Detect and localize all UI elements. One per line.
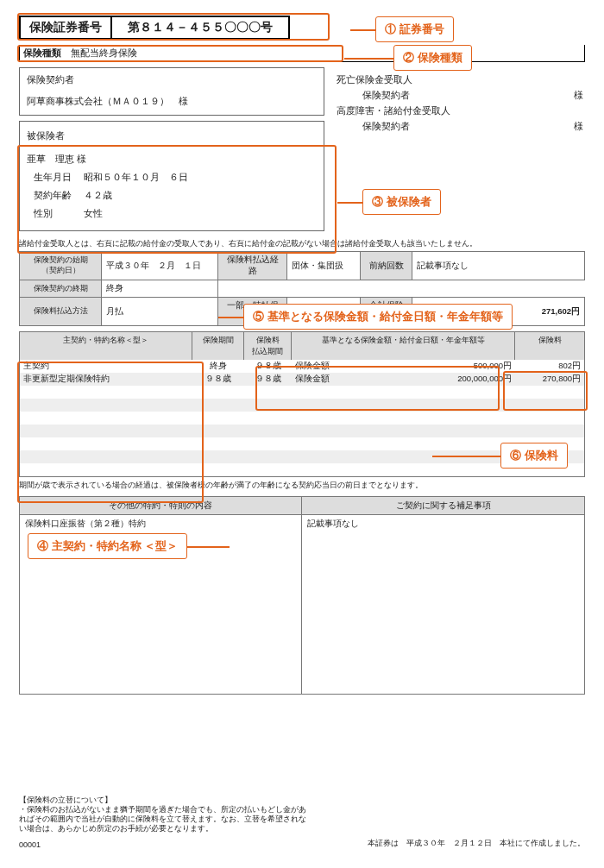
callout-4: ④ 主契約・特約名称 ＜型＞	[28, 533, 187, 559]
row-basis-label: 保険金額	[292, 373, 343, 386]
sex-label: 性別	[34, 208, 53, 218]
row-premium: 270,800円	[515, 373, 584, 386]
disab-benef-suffix: 様	[423, 119, 583, 135]
certificate-page: ① 証券番号 ② 保険種類 ③ 被保険者 ④ 主契約・特約名称 ＜型＞ ⑤ 基準…	[0, 0, 604, 868]
insurance-type-value: 無配当終身保険	[71, 47, 137, 58]
dh-period: 保険期間	[192, 332, 244, 360]
contractor-title: 保険契約者	[27, 73, 317, 86]
beneficiary-note: 諸給付金受取人とは、右頁に記載の給付金の受取人であり、右頁に給付金の記載がない場…	[19, 238, 585, 249]
method-label: 保険料払込方法	[20, 298, 102, 326]
insured-title: 被保険者	[27, 127, 317, 145]
policy-number-label: 保険証券番号	[21, 17, 112, 38]
dh-name: 主契約・特約名称＜型＞	[20, 332, 192, 360]
row-basis-value: 500,000円	[343, 360, 515, 373]
policy-number-value: 第８１４－４５５〇〇〇号	[112, 17, 288, 38]
policy-number-row: 保険証券番号 第８１４－４５５〇〇〇号	[19, 16, 585, 40]
row-basis-label: 保険金額	[292, 360, 343, 373]
dob-value: 昭和５０年１０月 ６日	[84, 172, 188, 182]
row-period: 終身	[192, 360, 244, 373]
death-benef-name: 保険契約者	[337, 88, 423, 104]
misc-left-title: その他の特約・特則の内容	[20, 497, 301, 515]
misc-right-body: 記載事項なし	[302, 515, 584, 533]
table-row: 非更新型定期保険特約 ９８歳 ９８歳 保険金額 200,000,000円 270…	[20, 373, 584, 386]
row-premium: 802円	[515, 360, 584, 373]
age-value: ４２歳	[84, 190, 112, 200]
prepaid-value: 記載事項なし	[412, 252, 585, 280]
callout-6: ⑥ 保険料	[500, 443, 568, 469]
table-row: 主契約 終身 ９８歳 保険金額 500,000円 802円	[20, 360, 584, 373]
misc-left-body: 保険料口座振替（第２種）特約	[20, 515, 301, 533]
dh-basis: 基準となる保険金額・給付金日額・年金年額等	[292, 332, 515, 360]
disclaimer-body: ・保険料のお払込がないまま猶予期間を過ぎた場合でも、所定の払いもどし金があればそ…	[19, 805, 312, 833]
doc-number: 00001	[19, 840, 41, 849]
start-value: 平成３０年 ２月 １日	[102, 252, 218, 280]
disclaimer: 【保険料の立替について】 ・保険料のお払込がないまま猶予期間を過ぎた場合でも、所…	[19, 796, 312, 833]
death-benef-suffix: 様	[423, 88, 583, 104]
misc-right-title: ご契約に関する補足事項	[302, 497, 584, 515]
contractor-box: 保険契約者 阿草商事株式会社（ＭＡ０１９） 様	[19, 67, 324, 116]
row-name: 主契約	[20, 360, 192, 373]
issue-text: 本証券は 平成３０年 ２月１２日 本社にて作成しました。	[368, 838, 585, 849]
callout-2: ② 保険種類	[393, 45, 472, 71]
callout-3: ③ 被保険者	[362, 189, 441, 215]
prepaid-label: 前納回数	[361, 252, 412, 280]
contractor-name: 阿草商事株式会社（ＭＡ０１９） 様	[27, 95, 317, 108]
callout-1: ① 証券番号	[375, 16, 454, 42]
insured-box: 被保険者 亜草 理恵 様 生年月日 昭和５０年１０月 ６日 契約年齢 ４２歳 性…	[19, 121, 324, 231]
insurance-type-row: 保険種類 無配当終身保険	[19, 45, 585, 62]
dh-premium: 保険料	[515, 332, 584, 360]
sex-value: 女性	[84, 208, 103, 218]
disclaimer-title: 【保険料の立替について】	[19, 796, 312, 805]
end-value: 終身	[102, 280, 218, 298]
dob-label: 生年月日	[34, 172, 72, 182]
row-payperiod: ９８歳	[244, 373, 292, 386]
period-note: 期間が歳で表示されている場合の経過は、被保険者様の年齢が満了の年齢になる契約応当…	[19, 480, 585, 491]
insurance-type-label: 保険種類	[23, 47, 61, 58]
insured-name: 亜草 理恵 様	[27, 150, 317, 168]
row-payperiod: ９８歳	[244, 360, 292, 373]
callout-5: ⑤ 基準となる保険金額・給付金日額・年金年額等	[243, 304, 513, 330]
method-value: 月払	[102, 298, 218, 326]
death-benef-label: 死亡保険金受取人	[337, 72, 583, 88]
dh-payperiod: 保険料 払込期間	[244, 332, 292, 360]
row-name: 非更新型定期保険特約	[20, 373, 192, 386]
start-label: 保険契約の始期 （契約日）	[20, 252, 102, 280]
disab-benef-label: 高度障害・諸給付金受取人	[337, 104, 583, 119]
route-value: 団体・集団扱	[287, 252, 361, 280]
misc-section: その他の特約・特則の内容 保険料口座振替（第２種）特約 ご契約に関する補足事項 …	[19, 496, 585, 695]
end-label: 保険契約の終期	[20, 280, 102, 298]
row-period: ９８歳	[192, 373, 244, 386]
age-label: 契約年齢	[34, 190, 72, 200]
route-label: 保険料払込経路	[218, 252, 287, 280]
disab-benef-name: 保険契約者	[337, 119, 423, 135]
row-basis-value: 200,000,000円	[343, 373, 515, 386]
